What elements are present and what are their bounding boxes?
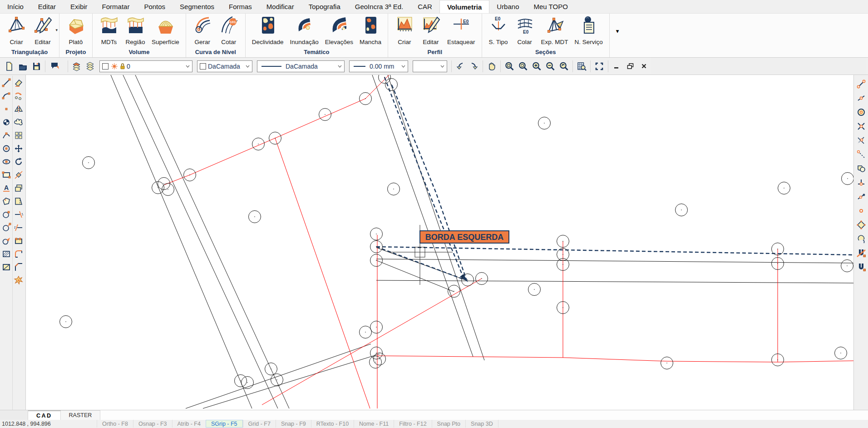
ribbon-item-secoes-exp-mdt[interactable]: Exp. MDT [538,14,572,45]
zoom-in-button[interactable] [530,60,543,73]
undo-button[interactable] [454,60,467,73]
menu-tab-meu-topo[interactable]: Meu TOPO [527,0,575,13]
edit-points-tool[interactable] [13,89,25,102]
menu-tab-topografia[interactable]: Topografia [301,0,348,13]
array-tool[interactable] [13,129,25,142]
cad-canvas-area[interactable]: BORDA ESQUERDA [26,75,853,410]
snap-quadrant-tool[interactable] [855,218,867,232]
chat-button[interactable] [47,61,66,71]
status-toggle-rtexto-f10[interactable]: RTexto - F10 [311,420,354,428]
status-toggle-snap-f9[interactable]: Snap - F9 [276,420,311,428]
snap-perpendicular-tool[interactable] [855,175,867,189]
status-toggle-snap-pto[interactable]: Snap Pto [432,420,465,428]
extra-combo[interactable] [413,60,447,72]
ribbon-item-secoes-s-tipo[interactable]: E0S. Tipo [485,14,512,45]
draw-text-tool[interactable]: A [0,181,12,194]
draw-circle-node-2-tool[interactable] [0,221,12,234]
menu-tab-urbano[interactable]: Urbano [489,0,526,13]
revision-cloud-tool[interactable] [13,115,25,129]
draw-circle-arrow-tool[interactable] [0,234,12,247]
ribbon-item-projeto-plato[interactable]: Platô [63,14,89,45]
ribbon-item-volume-superficie[interactable]: Superfície [148,14,182,45]
draw-polyline-arc-tool[interactable] [0,89,12,102]
snap-intersection-tool[interactable] [855,119,867,133]
menu-tab-geoincra-3-ed[interactable]: GeoIncra 3ª Ed. [348,0,410,13]
save-file-button[interactable] [30,60,43,73]
erase-tool[interactable] [13,76,25,89]
snap-off-tool[interactable] [855,246,867,260]
snap-extension-tool[interactable] [855,147,867,161]
draw-arc-tool[interactable] [0,129,12,142]
status-toggle-snap-3d[interactable]: Snap 3D [465,420,498,428]
snap-node-tool[interactable] [855,204,867,218]
menu-tab-editar[interactable]: Editar [31,0,63,13]
status-toggle-osnap-f3[interactable]: Osnap - F3 [133,420,172,428]
ribbon-item-secoes-colar[interactable]: E0Colar [512,14,538,45]
snap-endpoint-tool[interactable] [855,77,867,91]
chevron-down-icon[interactable] [438,65,444,68]
draw-solid-fill-tool[interactable] [0,260,12,274]
chevron-down-icon[interactable] [335,65,342,68]
ribbon-overflow-chevron-icon[interactable]: ▾ [613,27,622,35]
extend-tool[interactable] [13,221,25,234]
minimize-button[interactable] [610,60,624,73]
ribbon-item-curva-de-nivel-gerar[interactable]: Gerar [189,14,216,45]
draw-hatch-tool[interactable] [0,247,12,260]
color-combo[interactable]: DaCamada [197,60,252,72]
ribbon-item-triangulacao-criar[interactable]: Criar [3,14,30,45]
draw-circle-node-tool[interactable] [0,208,12,221]
new-file-button[interactable] [2,60,16,73]
document-tab-cad[interactable]: CAD [28,410,61,420]
layer-manager-button[interactable] [70,60,84,73]
layer-combo[interactable]: 0 [99,60,192,72]
layer-states-button[interactable] [84,60,97,73]
ribbon-item-tematico-mancha[interactable]: Mancha [356,14,385,45]
snap-apparent-intersection-tool[interactable] [855,133,867,147]
mirror-tool[interactable] [13,102,25,115]
menu-tab-pontos[interactable]: Pontos [137,0,173,13]
draw-point-tool[interactable] [0,102,12,115]
zoom-window-button[interactable] [503,60,516,73]
menu-tab-segmentos[interactable]: Segmentos [173,0,222,13]
ribbon-item-triangulacao-editar[interactable]: Editar▾ [30,14,56,45]
zoom-out-button[interactable] [543,60,557,73]
restore-button[interactable] [624,60,637,73]
open-file-button[interactable] [16,60,30,73]
menu-tab-formatar[interactable]: Formatar [95,0,137,13]
draw-label-tool[interactable] [0,194,12,208]
ribbon-item-perfil-criar[interactable]: Criar [391,14,418,45]
fillet-tool[interactable] [13,247,25,260]
zoom-dynamic-button[interactable] [516,60,530,73]
menu-tab-modificar[interactable]: Modificar [259,0,301,13]
region-tool[interactable] [13,234,25,247]
snap-center-tool[interactable] [855,105,867,119]
status-toggle-grid-f7[interactable]: Grid - F7 [243,420,276,428]
document-tab-raster[interactable]: RASTER [61,410,101,420]
chamfer-tool[interactable] [13,260,25,274]
close-button[interactable] [637,60,651,73]
snap-on-tool[interactable] [855,260,867,274]
cad-label-borda-esquerda[interactable]: BORDA ESQUERDA [420,231,509,243]
ribbon-item-secoes-n-servico[interactable]: N. Serviço [572,14,606,45]
ribbon-item-curva-de-nivel-cotar[interactable]: 101Cotar [216,14,242,45]
draw-datum-point-tool[interactable] [0,115,12,129]
ribbon-item-perfil-estaquear[interactable]: E0Estaquear [444,14,478,45]
draw-line-tool[interactable] [0,76,12,89]
zoom-extents-button[interactable] [557,60,571,73]
chevron-down-icon[interactable] [183,65,190,68]
status-toggle-ortho-f8[interactable]: Ortho - F8 [97,420,133,428]
zoom-table-button[interactable] [575,60,588,73]
snap-insertion-tool[interactable] [855,232,867,246]
cad-drawing[interactable]: BORDA ESQUERDA [26,75,853,410]
ribbon-item-volume-regiao[interactable]: Região [122,14,148,45]
ribbon-item-volume-mdts[interactable]: MDTs [96,14,122,45]
status-toggle-filtro-f12[interactable]: Filtro - F12 [394,420,431,428]
chevron-down-icon[interactable] [243,65,250,68]
ribbon-item-tematico-inundacao[interactable]: Inundação [287,14,322,45]
draw-circle-tool[interactable] [0,142,12,155]
rotate-copy-tool[interactable] [13,168,25,181]
linetype-combo[interactable]: DaCamada [257,60,345,72]
pan-button[interactable] [485,60,498,73]
move-tool[interactable] [13,142,25,155]
status-toggle-nome-f11[interactable]: Nome - F11 [354,420,394,428]
